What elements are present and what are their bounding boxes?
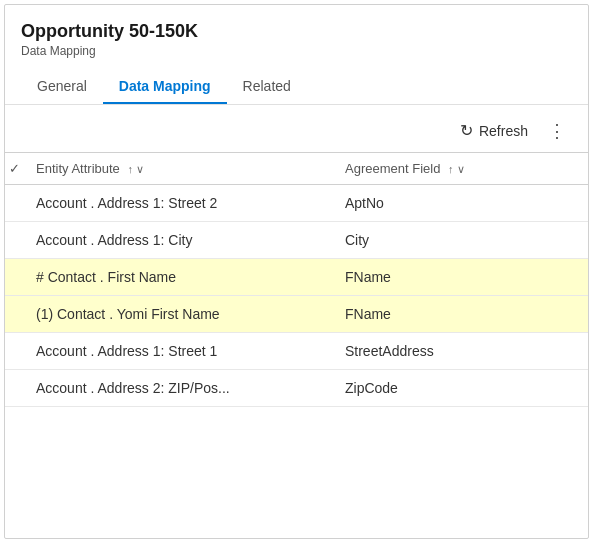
- entity-sort-icons[interactable]: ↑ ∨: [127, 163, 144, 176]
- row-check[interactable]: [5, 370, 24, 407]
- table-row: (1) Contact . Yomi First NameFName: [5, 296, 588, 333]
- row-check[interactable]: [5, 222, 24, 259]
- tab-general[interactable]: General: [21, 70, 103, 104]
- table-row: Account . Address 2: ZIP/Pos...ZipCode: [5, 370, 588, 407]
- row-entity-attribute: Account . Address 1: Street 1: [24, 333, 333, 370]
- row-check[interactable]: [5, 259, 24, 296]
- row-entity-attribute: # Contact . First Name: [24, 259, 333, 296]
- more-button[interactable]: ⋮: [542, 118, 572, 144]
- col-agreement-field[interactable]: Agreement Field ↑ ∨: [333, 153, 588, 185]
- page-subtitle: Data Mapping: [21, 44, 572, 58]
- table-body: Account . Address 1: Street 2AptNoAccoun…: [5, 185, 588, 407]
- data-mapping-table: ✓ Entity Attribute ↑ ∨ Agreement Field ↑…: [5, 152, 588, 407]
- table-row: Account . Address 1: Street 1StreetAddre…: [5, 333, 588, 370]
- refresh-icon: ↻: [460, 121, 473, 140]
- tab-related[interactable]: Related: [227, 70, 307, 104]
- row-agreement-field: AptNo: [333, 185, 588, 222]
- col-check: ✓: [5, 153, 24, 185]
- table-row: Account . Address 1: Street 2AptNo: [5, 185, 588, 222]
- row-entity-attribute: Account . Address 1: City: [24, 222, 333, 259]
- row-check[interactable]: [5, 333, 24, 370]
- row-entity-attribute: Account . Address 2: ZIP/Pos...: [24, 370, 333, 407]
- row-entity-attribute: (1) Contact . Yomi First Name: [24, 296, 333, 333]
- row-check[interactable]: [5, 296, 24, 333]
- tab-data-mapping[interactable]: Data Mapping: [103, 70, 227, 104]
- row-agreement-field: FName: [333, 259, 588, 296]
- refresh-label: Refresh: [479, 123, 528, 139]
- table-header-row: ✓ Entity Attribute ↑ ∨ Agreement Field ↑…: [5, 153, 588, 185]
- check-header: ✓: [9, 161, 20, 176]
- header: Opportunity 50-150K Data Mapping General…: [5, 5, 588, 105]
- agreement-sort-icons[interactable]: ↑ ∨: [448, 163, 465, 176]
- tab-bar: General Data Mapping Related: [21, 70, 572, 104]
- page-title: Opportunity 50-150K: [21, 21, 572, 42]
- toolbar: ↻ Refresh ⋮: [5, 105, 588, 152]
- refresh-button[interactable]: ↻ Refresh: [454, 117, 534, 144]
- row-check[interactable]: [5, 185, 24, 222]
- agreement-col-label: Agreement Field: [345, 161, 440, 176]
- table-row: # Contact . First NameFName: [5, 259, 588, 296]
- row-entity-attribute: Account . Address 1: Street 2: [24, 185, 333, 222]
- col-entity-attribute[interactable]: Entity Attribute ↑ ∨: [24, 153, 333, 185]
- entity-col-label: Entity Attribute: [36, 161, 120, 176]
- row-agreement-field: FName: [333, 296, 588, 333]
- row-agreement-field: StreetAddress: [333, 333, 588, 370]
- row-agreement-field: ZipCode: [333, 370, 588, 407]
- row-agreement-field: City: [333, 222, 588, 259]
- table-row: Account . Address 1: CityCity: [5, 222, 588, 259]
- main-container: Opportunity 50-150K Data Mapping General…: [4, 4, 589, 539]
